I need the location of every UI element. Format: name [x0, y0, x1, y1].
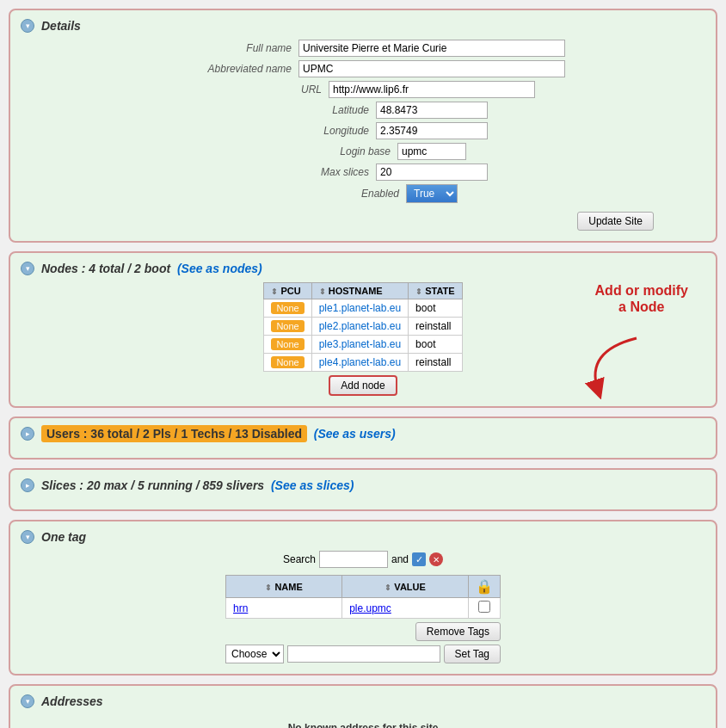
and-checkbox-icon[interactable]: ✓ — [412, 552, 426, 566]
users-see-as-link[interactable]: (See as users) — [314, 427, 396, 441]
url-label: URL — [191, 83, 329, 96]
details-form: Full name Abbreviated name URL Latitude … — [21, 40, 705, 231]
one-tag-header: ▾ One tag — [21, 530, 705, 544]
add-node-button[interactable]: Add node — [329, 375, 397, 396]
search-label: Search — [283, 553, 316, 565]
set-tag-button[interactable]: Set Tag — [444, 645, 501, 663]
full-name-row: Full name — [21, 40, 705, 57]
url-input[interactable] — [329, 81, 535, 98]
users-header: ▸ Users : 36 total / 2 Pls / 1 Techs / 1… — [21, 427, 705, 441]
login-base-label: Login base — [260, 145, 397, 157]
nodes-table-wrap: ⇕ PCU ⇕ HOSTNAME ⇕ STATE None ple1.plane… — [263, 282, 462, 396]
no-address-text: No known address for this site — [21, 715, 705, 728]
one-tag-toggle[interactable]: ▾ — [21, 530, 34, 544]
state-cell: reinstall — [409, 354, 463, 372]
tag-name-link[interactable]: hrn — [233, 602, 248, 614]
latitude-label: Latitude — [238, 104, 376, 116]
nodes-header: ▾ Nodes : 4 total / 2 boot (See as nodes… — [21, 262, 705, 275]
enabled-select[interactable]: True False — [406, 184, 458, 203]
tag-value-cell: ple.upmc — [342, 598, 469, 619]
slices-toggle[interactable]: ▸ — [21, 478, 34, 492]
pcu-cell: None — [264, 318, 311, 336]
details-toggle[interactable]: ▾ — [21, 19, 34, 33]
state-cell: reinstall — [409, 318, 463, 336]
longitude-input[interactable] — [376, 122, 488, 139]
tag-choose-select[interactable]: Choose — [225, 645, 284, 663]
users-section: ▸ Users : 36 total / 2 Pls / 1 Techs / 1… — [9, 416, 717, 460]
addresses-section: ▾ Addresses No known address for this si… — [9, 684, 717, 728]
addresses-title: Addresses — [41, 694, 103, 708]
slices-see-as-link[interactable]: (See as slices) — [271, 478, 354, 492]
remove-tags-button[interactable]: Remove Tags — [415, 622, 501, 641]
value-col-header[interactable]: ⇕ VALUE — [342, 576, 469, 598]
nodes-section: ▾ Nodes : 4 total / 2 boot (See as nodes… — [9, 251, 717, 408]
longitude-label: Longitude — [238, 125, 376, 137]
table-row: None ple3.planet-lab.eu boot — [264, 336, 462, 354]
abbreviated-name-label: Abbreviated name — [161, 63, 298, 75]
hostname-link[interactable]: ple2.planet-lab.eu — [319, 320, 401, 332]
tags-search-input[interactable] — [319, 551, 388, 568]
slices-section: ▸ Slices : 20 max / 5 running / 859 sliv… — [9, 468, 717, 511]
tags-search-row: Search and ✓ ✕ — [283, 551, 443, 568]
update-btn-row: Update Site — [21, 212, 705, 231]
clear-search-icon[interactable]: ✕ — [429, 552, 443, 566]
state-cell: boot — [409, 336, 463, 354]
login-base-input[interactable] — [397, 143, 466, 160]
hostname-cell: ple2.planet-lab.eu — [311, 318, 408, 336]
pcu-badge: None — [271, 302, 304, 314]
full-name-input[interactable] — [298, 40, 565, 57]
abbreviated-name-input[interactable] — [298, 60, 565, 77]
pcu-col-header[interactable]: ⇕ PCU — [264, 283, 311, 299]
max-slices-input[interactable] — [376, 163, 488, 181]
state-col-header[interactable]: ⇕ STATE — [409, 283, 463, 299]
set-tag-row: Choose Set Tag — [225, 645, 501, 663]
table-row: None ple1.planet-lab.eu boot — [264, 299, 462, 318]
url-row: URL — [21, 81, 705, 98]
hostname-link[interactable]: ple3.planet-lab.eu — [319, 338, 401, 350]
remove-tags-row: Remove Tags — [225, 622, 501, 641]
details-title: Details — [41, 19, 81, 33]
nodes-table: ⇕ PCU ⇕ HOSTNAME ⇕ STATE None ple1.plane… — [263, 282, 462, 372]
one-tag-title: One tag — [41, 530, 86, 544]
hostname-link[interactable]: ple4.planet-lab.eu — [319, 356, 401, 368]
addresses-toggle[interactable]: ▾ — [21, 694, 34, 708]
slices-title: Slices : 20 max / 5 running / 859 sliver… — [41, 478, 354, 492]
state-cell: boot — [409, 299, 463, 318]
name-col-header[interactable]: ⇕ NAME — [226, 576, 342, 598]
latitude-row: Latitude — [21, 102, 705, 119]
hostname-cell: ple3.planet-lab.eu — [311, 336, 408, 354]
and-label: and — [391, 553, 409, 565]
full-name-label: Full name — [161, 42, 298, 54]
check-col-header: 🔒 — [469, 576, 501, 598]
tag-name-cell: hrn — [226, 598, 342, 619]
table-row: None ple2.planet-lab.eu reinstall — [264, 318, 462, 336]
add-modify-annotation: Add or modifya Node — [595, 282, 688, 315]
table-row: None ple4.planet-lab.eu reinstall — [264, 354, 462, 372]
add-node-btn-row: Add node — [263, 375, 462, 396]
longitude-row: Longitude — [21, 122, 705, 139]
tag-row: hrn ple.upmc — [226, 598, 501, 619]
update-site-button[interactable]: Update Site — [577, 212, 654, 231]
pcu-cell: None — [264, 354, 311, 372]
nodes-title: Nodes : 4 total / 2 boot (See as nodes) — [41, 262, 262, 275]
hostname-cell: ple1.planet-lab.eu — [311, 299, 408, 318]
tag-check-cell — [469, 598, 501, 619]
pcu-badge: None — [271, 320, 304, 332]
tag-value-link[interactable]: ple.upmc — [349, 602, 391, 614]
one-tag-section: ▾ One tag Search and ✓ ✕ ⇕ NAME ⇕ VALUE — [9, 520, 717, 676]
pcu-badge: None — [271, 356, 304, 368]
enabled-label: Enabled — [268, 188, 406, 200]
max-slices-row: Max slices — [21, 163, 705, 181]
hostname-link[interactable]: ple1.planet-lab.eu — [319, 302, 401, 314]
nodes-toggle[interactable]: ▾ — [21, 262, 34, 275]
abbreviated-name-row: Abbreviated name — [21, 60, 705, 77]
hostname-col-header[interactable]: ⇕ HOSTNAME — [311, 283, 408, 299]
tag-checkbox[interactable] — [478, 601, 490, 613]
details-header: ▾ Details — [21, 19, 705, 33]
latitude-input[interactable] — [376, 102, 488, 119]
nodes-content: ⇕ PCU ⇕ HOSTNAME ⇕ STATE None ple1.plane… — [21, 282, 705, 396]
users-title: Users : 36 total / 2 Pls / 1 Techs / 13 … — [41, 427, 396, 441]
tag-value-input[interactable] — [287, 645, 440, 663]
nodes-see-as-link[interactable]: (See as nodes) — [177, 262, 262, 275]
users-toggle[interactable]: ▸ — [21, 427, 34, 441]
